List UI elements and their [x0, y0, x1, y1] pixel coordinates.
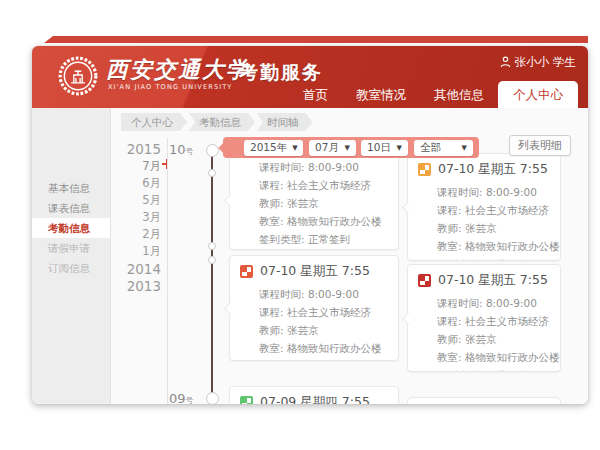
card-date-title: 07-10 星期五 7:55	[438, 272, 548, 289]
list-detail-button[interactable]: 列表明细	[509, 135, 571, 156]
attendance-card-2: 07-10 星期五 7:55 课程时间: 8:00-9:00 课程: 社会主义市…	[407, 153, 561, 261]
chevron-down-icon: ▼	[462, 144, 467, 152]
nav-personal-center[interactable]: 个人中心	[498, 81, 578, 108]
attendance-status-icon	[418, 274, 431, 287]
attendance-card-1: 课程时间: 8:00-9:00 课程: 社会主义市场经济 教师: 张芸京 教室:…	[229, 150, 399, 250]
card-line: 课程时间: 8:00-9:00	[240, 158, 388, 176]
user-account[interactable]: 张小小 学生	[500, 55, 577, 69]
timeline-nav-may[interactable]: 5月	[111, 193, 161, 208]
attendance-status-icon	[240, 265, 253, 278]
chevron-down-icon: ▼	[345, 144, 350, 152]
breadcrumb-timeline[interactable]: 时间轴	[257, 113, 313, 131]
attendance-card-4: 07-10 星期五 7:55 课程时间: 8:00-9:00 课程: 社会主义市…	[407, 264, 561, 372]
card-date-title: 07-10 星期五 7:55	[260, 263, 370, 280]
user-name: 张小小	[515, 55, 550, 70]
card-line: 课程: 社会主义市场经济	[240, 176, 388, 194]
card-line: 课程: 社会主义市场经济	[418, 201, 550, 219]
type-dropdown[interactable]: 全部 ▼	[414, 140, 473, 156]
timeline-nav-2013[interactable]: 2013	[111, 278, 161, 294]
timeline-node-small-3	[208, 256, 216, 264]
chevron-down-icon: ▼	[397, 144, 402, 152]
day-dropdown[interactable]: 10日 ▼	[361, 140, 408, 156]
breadcrumb-attendance-info[interactable]: 考勤信息	[189, 113, 255, 131]
day-dropdown-value: 10日	[367, 141, 391, 155]
attendance-card-5: 07-09 星期四 7:55	[229, 386, 399, 404]
app-window: 西安交通大学 XI'AN JIAO TONG UNIVERSITY 考勤服务 张…	[32, 46, 588, 404]
chevron-down-icon: ▼	[292, 144, 297, 152]
timeline-node-small-1	[208, 169, 216, 177]
card-line: 教师: 张芸京	[240, 194, 388, 212]
date-filter-bar: 2015年 ▼ 07月 ▼ 10日 ▼ 全部 ▼	[223, 137, 479, 158]
user-role: 学生	[553, 55, 576, 70]
card-line: 课程: 社会主义市场经济	[240, 303, 388, 321]
attendance-status-icon	[240, 396, 253, 404]
sidebar-item-attendance-info[interactable]: 考勤信息	[32, 218, 110, 238]
year-dropdown-value: 2015年	[250, 141, 287, 155]
day-marker-10: 10号	[169, 142, 194, 157]
card-line: 签到类型: 正常签到	[240, 230, 388, 248]
card-date-title: 07-09 星期四 7:55	[260, 394, 370, 404]
page: 西安交通大学 XI'AN JIAO TONG UNIVERSITY 考勤服务 张…	[0, 0, 600, 450]
sidebar-item-subscription-info[interactable]: 订阅信息	[32, 258, 110, 278]
timeline-nav-jul[interactable]: 7月	[111, 159, 161, 174]
month-dropdown[interactable]: 07月 ▼	[309, 140, 356, 156]
person-icon	[500, 56, 511, 68]
xjtu-emblem-logo	[57, 55, 99, 97]
timeline-nav-2015[interactable]: 2015	[111, 141, 161, 157]
breadcrumb-personal-center[interactable]: 个人中心	[121, 113, 187, 131]
sidebar-item-basic-info[interactable]: 基本信息	[32, 178, 110, 198]
attendance-card-6	[407, 397, 561, 404]
card-line: 教室: 格物致知行政办公楼	[240, 212, 388, 230]
year-dropdown[interactable]: 2015年 ▼	[244, 140, 303, 156]
nav-other-info[interactable]: 其他信息	[420, 81, 498, 108]
timeline-node-small-2	[208, 242, 216, 250]
attendance-status-icon	[418, 163, 431, 176]
card-line: 课程时间: 8:00-9:00	[418, 183, 550, 201]
timeline-nav-jun[interactable]: 6月	[111, 176, 161, 191]
timeline-nav-2014[interactable]: 2014	[111, 261, 161, 277]
sidebar-item-schedule-info[interactable]: 课表信息	[32, 198, 110, 218]
card-line: 课程时间: 8:00-9:00	[418, 294, 550, 312]
card-line: 签到类型: 正常签到	[418, 255, 550, 260]
card-line: 教师: 张芸京	[418, 219, 550, 237]
nav-classrooms[interactable]: 教室情况	[342, 81, 420, 108]
app-header: 西安交通大学 XI'AN JIAO TONG UNIVERSITY 考勤服务 张…	[32, 46, 588, 108]
timeline-nav-mar[interactable]: 3月	[111, 210, 161, 225]
day-marker-09: 09号	[169, 391, 194, 404]
timeline-axis	[211, 150, 213, 404]
card-line: 教室: 格物致知行政办公楼	[418, 348, 550, 366]
university-name-cn: 西安交通大学	[106, 55, 250, 85]
breadcrumb: 个人中心 考勤信息 时间轴	[121, 113, 315, 131]
card-date-title: 07-10 星期五 7:55	[438, 161, 548, 178]
card-line: 课程: 社会主义市场经济	[418, 312, 550, 330]
timeline-nav-jan[interactable]: 1月	[111, 244, 161, 259]
card-line: 签到类型: 正常签到	[240, 357, 388, 360]
card-line: 教师: 张芸京	[418, 330, 550, 348]
card-line: 教室: 格物致知行政办公楼	[418, 237, 550, 255]
card-line: 课程时间: 8:00-9:00	[240, 285, 388, 303]
type-dropdown-value: 全部	[420, 141, 441, 155]
sidebar: 基本信息 课表信息 考勤信息 请假申请 订阅信息	[32, 108, 110, 404]
timeline-nav-divider	[167, 138, 168, 404]
month-dropdown-value: 07月	[315, 141, 339, 155]
sidebar-item-leave-request[interactable]: 请假申请	[32, 238, 110, 258]
card-line: 教室: 格物致知行政办公楼	[240, 339, 388, 357]
nav-home[interactable]: 首页	[289, 81, 342, 108]
timeline-node-big-top	[206, 144, 219, 157]
university-name-en: XI'AN JIAO TONG UNIVERSITY	[108, 83, 233, 91]
timeline-node-big-bottom	[206, 392, 219, 404]
top-accent-ribbon	[44, 36, 588, 43]
card-line: 教师: 张芸京	[240, 321, 388, 339]
main-content: 个人中心 考勤信息 时间轴 2015 7月 6月 5月 3月 2月 1月 201…	[110, 108, 588, 404]
timeline-nav-feb[interactable]: 2月	[111, 227, 161, 242]
attendance-card-3: 07-10 星期五 7:55 课程时间: 8:00-9:00 课程: 社会主义市…	[229, 255, 399, 361]
card-line: 签到类型: 正常签到	[418, 366, 550, 371]
main-nav: 首页 教室情况 其他信息 个人中心	[289, 81, 578, 108]
